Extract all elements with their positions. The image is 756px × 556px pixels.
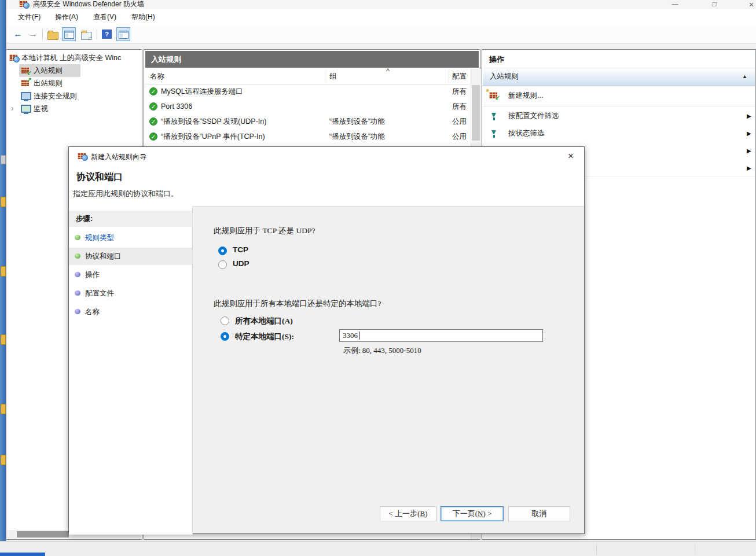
port-example-hint: 示例: 80, 443, 5000-5010 <box>343 345 421 356</box>
desktop-icon <box>1 266 6 277</box>
back-button-wizard[interactable]: < 上一步(B) <box>380 506 436 521</box>
globe-icon <box>82 154 88 161</box>
monitoring-icon <box>21 105 31 113</box>
outbound-arrow-icon: ↗ <box>27 76 32 84</box>
desktop-edge-strip <box>0 0 6 556</box>
tcp-radio-label[interactable]: TCP <box>233 245 248 254</box>
new-inbound-rule-wizard: 新建入站规则向导 × 协议和端口 指定应用此规则的协议和端口。 步骤: 规则类型… <box>68 146 585 534</box>
sparkle-icon: * <box>486 88 489 96</box>
rule-group: “播放到设备”功能 <box>329 129 445 144</box>
submenu-arrow-icon: ▶ <box>747 113 751 119</box>
rule-row[interactable]: ✓ MySQL远程连接服务端口 所有 <box>145 84 469 99</box>
tree-item-label: 入站规则 <box>34 64 63 77</box>
next-button-text: 下一页( <box>453 509 478 518</box>
next-button-key: N <box>478 509 483 518</box>
forward-button[interactable]: → <box>26 27 40 41</box>
wizard-subheading: 指定应用此规则的协议和端口。 <box>73 189 178 199</box>
actions-section-header[interactable]: 入站规则 ▲ <box>483 68 755 86</box>
specific-ports-label[interactable]: 特定本地端口(S): <box>235 332 294 342</box>
menu-action[interactable]: 操作(A) <box>50 9 83 25</box>
column-header-profile[interactable]: 配置 <box>452 69 467 84</box>
maximize-button[interactable]: □ <box>706 0 723 9</box>
actions-pane-title: 操作 <box>489 51 504 68</box>
next-button-wizard[interactable]: 下一页(N) > <box>441 506 504 521</box>
back-button-key: B <box>420 509 425 518</box>
tree-hscrollbar-thumb[interactable] <box>17 531 69 537</box>
rules-vscrollbar-thumb[interactable] <box>472 85 480 141</box>
action-filter-by-state[interactable]: 按状态筛选 ▶ <box>483 124 755 142</box>
menu-view[interactable]: 查看(V) <box>89 9 121 25</box>
column-header-group[interactable]: 组 <box>329 69 337 84</box>
back-button-text: < 上一步( <box>389 509 420 518</box>
expander-icon[interactable]: › <box>11 102 18 115</box>
step-action[interactable]: 操作 <box>69 266 192 283</box>
udp-radio-label[interactable]: UDP <box>233 259 249 268</box>
back-button[interactable]: ← <box>11 27 25 41</box>
menu-file[interactable]: 文件(F) <box>13 9 45 25</box>
window-title: 高级安全 Windows Defender 防火墙 <box>33 0 265 9</box>
rules-pane-title: 入站规则 <box>151 51 181 68</box>
step-bullet-todo <box>75 290 80 296</box>
minimize-button[interactable]: — <box>666 0 684 9</box>
step-protocol-and-ports[interactable]: 协议和端口 <box>69 248 192 265</box>
export-list-button[interactable]: → <box>79 27 93 41</box>
tcp-radio[interactable] <box>218 246 227 255</box>
menubar: 文件(F) 操作(A) 查看(V) 帮助(H) <box>6 9 756 26</box>
console-tree-toggle[interactable] <box>62 27 76 41</box>
port-input[interactable]: 3306 <box>339 329 543 342</box>
rules-pane-header: 入站规则 <box>145 51 479 68</box>
tree-root-item[interactable]: 本地计算机 上的高级安全 Winc <box>6 51 141 64</box>
tree-item-label: 出站规则 <box>34 77 63 90</box>
export-arrow-icon: → <box>87 33 93 39</box>
column-separator[interactable] <box>325 70 325 83</box>
tree-item-label: 监视 <box>34 102 48 115</box>
step-rule-type[interactable]: 规则类型 <box>69 229 192 246</box>
wizard-steps-pane: 步骤: 规则类型 协议和端口 操作 配置文件 名称 <box>69 206 193 535</box>
udp-radio[interactable] <box>218 260 227 269</box>
action-pane-toggle[interactable] <box>116 27 130 41</box>
export-button[interactable] <box>46 27 60 41</box>
tree-item-monitoring[interactable]: › 监视 <box>10 102 135 115</box>
wizard-icon <box>78 153 86 159</box>
column-header-name[interactable]: 名称 <box>150 69 164 84</box>
cancel-button-wizard[interactable]: 取消 <box>508 506 570 521</box>
tree-item-inbound-rules[interactable]: ↙ 入站规则 <box>19 64 80 77</box>
rule-profile: 所有 <box>452 99 469 114</box>
wizard-close-button[interactable]: × <box>557 147 584 167</box>
titlebar[interactable]: 高级安全 Windows Defender 防火墙 — □ × <box>6 0 756 9</box>
all-ports-label[interactable]: 所有本地端口(A) <box>235 316 293 326</box>
rule-row[interactable]: ✓ “播放到设备”SSDP 发现(UDP-In) “播放到设备”功能 公用 <box>145 114 469 129</box>
action-new-rule[interactable]: * ↙ 新建规则... <box>483 86 755 105</box>
column-separator[interactable] <box>449 70 449 83</box>
rule-profile: 所有 <box>452 84 469 99</box>
specific-ports-radio[interactable] <box>221 332 229 341</box>
step-label[interactable]: 规则类型 <box>85 229 114 246</box>
rule-name: “播放到设备”SSDP 发现(UDP-In) <box>161 114 323 129</box>
rule-row[interactable]: ✓ “播放到设备”UPnP 事件(TCP-In) “播放到设备”功能 公用 <box>145 129 469 144</box>
action-label: 按状态筛选 <box>508 124 545 142</box>
wizard-titlebar[interactable]: 新建入站规则向导 × <box>69 147 584 167</box>
close-button[interactable]: × <box>743 0 756 9</box>
action-filter-by-profile[interactable]: 按配置文件筛选 ▶ <box>483 107 755 124</box>
all-ports-radio[interactable] <box>221 316 229 325</box>
submenu-arrow-icon: ▶ <box>747 130 751 137</box>
menu-help[interactable]: 帮助(H) <box>127 9 160 25</box>
step-label: 名称 <box>85 303 100 321</box>
ports-question: 此规则应用于所有本地端口还是特定的本地端口? <box>214 299 381 309</box>
help-button[interactable]: ? <box>100 27 114 41</box>
column-headers: 名称 组 ^ 配置 <box>145 69 469 84</box>
firewall-root-icon <box>9 54 17 61</box>
back-button-text: ) <box>425 509 427 518</box>
collapse-icon[interactable]: ▲ <box>742 68 747 84</box>
rule-row[interactable]: ✓ Port 3306 所有 <box>145 99 469 114</box>
inbound-arrow-icon: ↙ <box>495 94 500 102</box>
tree-item-connection-security[interactable]: 连接安全规则 <box>19 90 135 102</box>
tree-item-outbound-rules[interactable]: ↗ 出站规则 <box>19 77 135 90</box>
filter-icon <box>490 112 498 120</box>
sort-ascending-icon[interactable]: ^ <box>386 67 390 75</box>
step-profile[interactable]: 配置文件 <box>69 285 192 302</box>
step-name[interactable]: 名称 <box>69 303 192 321</box>
toolbar: ← → → ? <box>6 25 756 43</box>
tree-item-label: 连接安全规则 <box>34 90 77 102</box>
desktop-icon <box>1 404 6 414</box>
